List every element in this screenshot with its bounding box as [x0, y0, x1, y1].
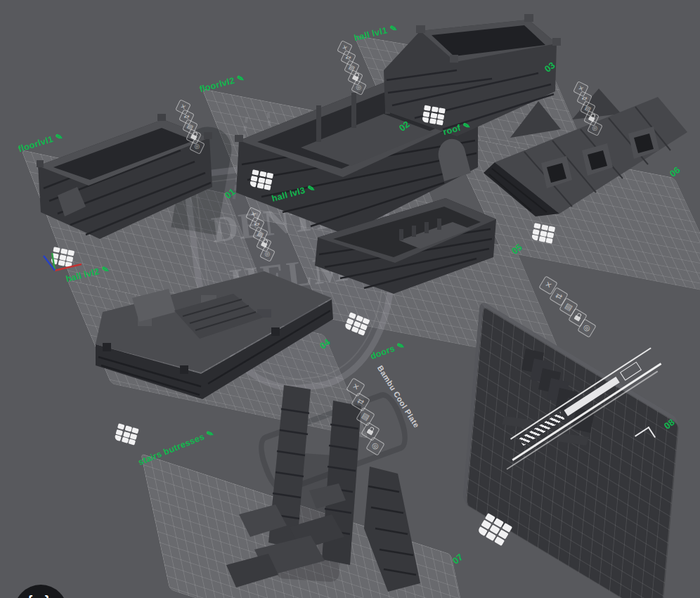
model-stairs-butresses[interactable]: [226, 381, 430, 598]
bambu-logo: [114, 423, 138, 445]
floating-badge[interactable]: { }: [14, 585, 67, 598]
edit-icon[interactable]: ✎: [205, 428, 216, 440]
lock-icon: [367, 429, 374, 435]
slicer-viewport[interactable]: { "scene": {"description": "3D print sli…: [0, 0, 700, 598]
plate-name-stairs-butresses[interactable]: stairs butresses✎: [137, 428, 216, 467]
lock-icon: [574, 315, 581, 321]
axis-x-red: [55, 264, 82, 271]
model-hall-lvl3[interactable]: [315, 190, 499, 298]
model-floorlvl1[interactable]: [37, 104, 230, 244]
edit-icon[interactable]: ✎: [396, 340, 406, 352]
bambu-logo: [422, 105, 446, 126]
plate-name-doors[interactable]: doors✎: [369, 340, 406, 361]
